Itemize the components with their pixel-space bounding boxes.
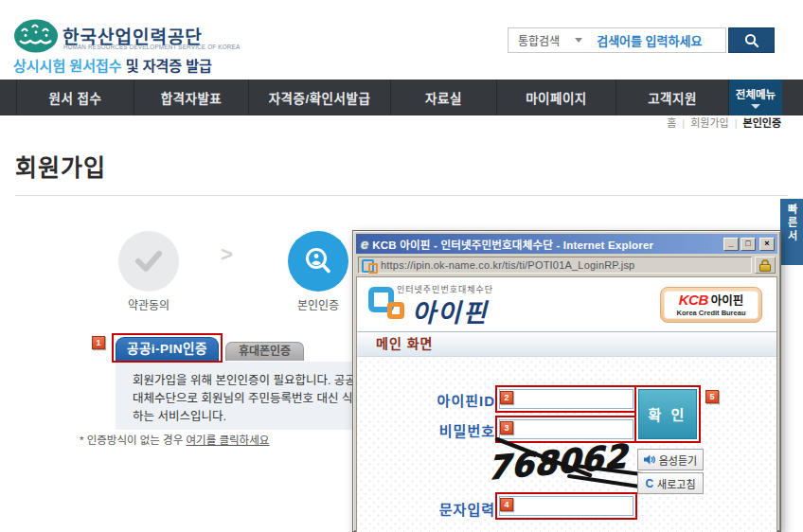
hrdk-logo-icon: [13, 18, 59, 54]
section-title: 메인 화면: [357, 331, 776, 357]
site-title: 상시시험 원서접수 및 자격증 발급: [13, 55, 212, 75]
nav-item-mypage[interactable]: 마이페이지: [497, 80, 616, 115]
auth-note: * 인증방식이 없는 경우 여기를 클릭하세요: [80, 432, 269, 447]
step-identity-circle: [288, 231, 348, 292]
close-button[interactable]: ×: [759, 238, 775, 251]
search-box[interactable]: 통합검색 검색어를 입력하세요: [508, 27, 726, 53]
annotation-marker-2: 2: [500, 391, 513, 404]
step-terms-circle: [118, 231, 179, 292]
quick-menu-tab[interactable]: 빠른서: [780, 199, 803, 265]
kcb-badge: KCB 아이핀 Korea Credit Bureau: [660, 287, 762, 323]
speaker-icon: [644, 454, 655, 465]
org-caption: HUMAN RESOURCES DEVELOPMENT SERVICE OF K…: [63, 44, 240, 50]
site-title-rest: 및 자격증 발급: [122, 58, 212, 74]
ssl-lock-button[interactable]: [755, 257, 776, 274]
minimize-button[interactable]: _: [723, 238, 739, 251]
title-divider: [15, 195, 788, 196]
breadcrumb-home[interactable]: 홈: [667, 117, 676, 129]
page-title: 회원가입: [15, 149, 106, 183]
kcb-badge-inner: KCB 아이핀 Korea Credit Bureau: [664, 291, 758, 319]
captcha-image: 768062: [488, 443, 649, 496]
ipin-popup-window: e KCB 아이핀 - 인터넷주민번호대체수단 - Internet Explo…: [352, 230, 781, 532]
search-category-select[interactable]: 통합검색: [518, 32, 560, 48]
password-input[interactable]: [499, 419, 633, 439]
annotation-marker-1: 1: [92, 336, 105, 349]
page: 한국산업인력공단 HUMAN RESOURCES DEVELOPMENT SER…: [0, 0, 803, 532]
search-button[interactable]: [728, 27, 775, 53]
ipin-favicon-icon: [362, 258, 378, 272]
site-title-highlight: 상시시험 원서접수: [13, 58, 122, 74]
lock-icon: [761, 259, 769, 264]
ipin-id-input[interactable]: [499, 389, 633, 409]
breadcrumb-signup[interactable]: 회원가입: [690, 117, 728, 129]
annotation-box-confirm: 확 인: [634, 385, 701, 443]
search-input[interactable]: 검색어를 입력하세요: [597, 31, 702, 49]
ipin-logo-orange-square: [387, 302, 404, 319]
nav-item-application[interactable]: 원서 접수: [17, 80, 134, 115]
maximize-button[interactable]: □: [741, 238, 756, 251]
nav-spacer: [0, 80, 17, 115]
ipin-form: 아이핀ID 2 비밀번호 3 확 인 5 768062: [357, 358, 776, 532]
captcha-input[interactable]: [499, 496, 633, 516]
popup-addressbar: https://ipin.ok-name.co.kr/tis/ti/POTI01…: [356, 255, 777, 275]
url-field[interactable]: https://ipin.ok-name.co.kr/tis/ti/POTI01…: [358, 257, 752, 274]
url-text: https://ipin.ok-name.co.kr/tis/ti/POTI01…: [381, 259, 634, 271]
annotation-marker-5: 5: [705, 390, 719, 403]
annotation-box-captcha: 4: [495, 492, 637, 520]
step-terms-label: 약관동의: [90, 296, 207, 312]
annotation-marker-3: 3: [500, 421, 513, 434]
tab-phone-auth[interactable]: 휴대폰인증: [225, 342, 304, 361]
breadcrumb-separator: |: [676, 117, 690, 129]
lock-icon: [759, 264, 771, 272]
voice-label: 음성듣기: [659, 452, 697, 468]
kcb-logo-text: KCB: [679, 293, 708, 307]
note-link[interactable]: 여기를 클릭하세요: [186, 434, 269, 446]
ipin-brand-name: 아이핀: [412, 293, 489, 329]
captcha-label: 문자입력: [423, 499, 495, 519]
popup-titlebar[interactable]: e KCB 아이핀 - 인터넷주민번호대체수단 - Internet Explo…: [356, 234, 777, 254]
nav-item-support[interactable]: 고객지원: [616, 80, 729, 115]
quick-menu-label: 빠른서: [784, 204, 799, 265]
annotation-box-id: 2: [495, 385, 637, 413]
refresh-button[interactable]: C 새로고침: [637, 472, 704, 494]
step-chevron-icon: >: [221, 242, 233, 267]
kcb-caption: Korea Credit Bureau: [677, 309, 746, 317]
all-menu-button[interactable]: 전체메뉴: [729, 80, 782, 115]
annotation-marker-4: 4: [500, 498, 513, 511]
check-icon: [134, 250, 163, 273]
nav-item-results[interactable]: 합격자발표: [134, 80, 249, 115]
ie-logo-icon: e: [361, 236, 368, 252]
breadcrumb: 홈|회원가입|본인인증: [667, 115, 781, 130]
nav-filler: [782, 80, 803, 115]
all-menu-label: 전체메뉴: [736, 86, 776, 101]
breadcrumb-separator: |: [729, 117, 743, 129]
refresh-label: 새로고침: [657, 476, 695, 491]
main-nav: 원서 접수 합격자발표 자격증/확인서발급 자료실 마이페이지 고객지원 전체메…: [0, 80, 803, 115]
note-text: * 인증방식이 없는 경우: [80, 434, 186, 446]
popup-window-title: KCB 아이핀 - 인터넷주민번호대체수단 - Internet Explore…: [372, 237, 722, 252]
tab-ipin-auth[interactable]: 공공i-PIN인증: [116, 337, 219, 361]
breadcrumb-current: 본인인증: [743, 117, 781, 129]
confirm-button[interactable]: 확 인: [638, 389, 697, 439]
search-icon: [743, 32, 760, 49]
nav-item-resources[interactable]: 자료실: [391, 80, 497, 115]
popup-content: 인터넷주민번호대체수단 아이핀 KCB 아이핀 Korea Credit Bur…: [356, 276, 777, 532]
nav-item-certificates[interactable]: 자격증/확인서발급: [249, 80, 391, 115]
ipin-id-label: 아이핀ID: [423, 390, 495, 410]
voice-button[interactable]: 음성듣기: [637, 449, 704, 470]
magnifier-user-icon: [301, 244, 335, 278]
chevron-down-icon: [575, 38, 582, 43]
captcha-strike-lines: [476, 437, 662, 498]
refresh-icon: C: [645, 477, 653, 490]
kcb-ipin-text: 아이핀: [711, 295, 744, 308]
chevron-down-icon: [751, 104, 760, 109]
